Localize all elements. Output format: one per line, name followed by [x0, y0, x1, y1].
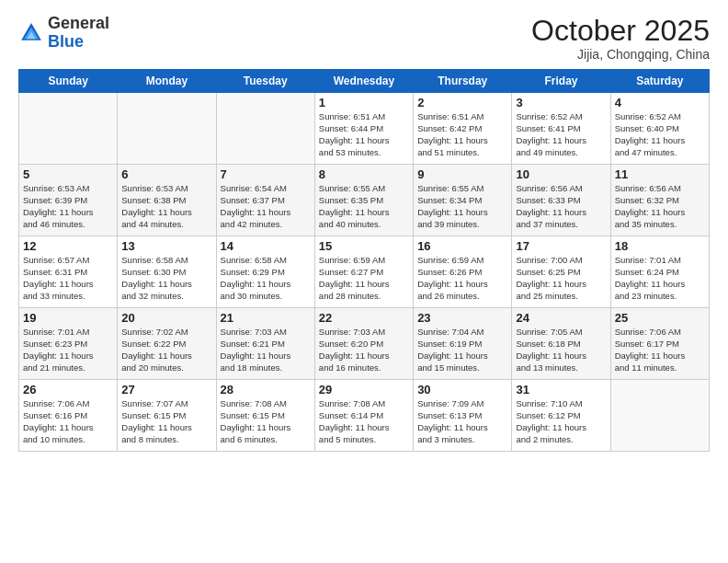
logo: General Blue: [18, 15, 109, 52]
calendar-cell: 31Sunrise: 7:10 AM Sunset: 6:12 PM Dayli…: [512, 380, 610, 452]
logo-general-text: General: [48, 15, 109, 33]
calendar-cell: [118, 93, 216, 165]
calendar-cell: 27Sunrise: 7:07 AM Sunset: 6:15 PM Dayli…: [118, 380, 216, 452]
calendar-cell: 24Sunrise: 7:05 AM Sunset: 6:18 PM Dayli…: [512, 308, 610, 380]
calendar-week-row: 1Sunrise: 6:51 AM Sunset: 6:44 PM Daylig…: [19, 93, 710, 165]
calendar-cell: 30Sunrise: 7:09 AM Sunset: 6:13 PM Dayli…: [414, 380, 512, 452]
day-number: 7: [221, 167, 311, 181]
day-number: 15: [319, 239, 409, 253]
day-number: 25: [615, 311, 705, 325]
day-number: 19: [23, 311, 113, 325]
calendar-week-row: 19Sunrise: 7:01 AM Sunset: 6:23 PM Dayli…: [19, 308, 710, 380]
calendar-cell: 19Sunrise: 7:01 AM Sunset: 6:23 PM Dayli…: [19, 308, 118, 380]
day-info: Sunrise: 7:08 AM Sunset: 6:14 PM Dayligh…: [319, 398, 409, 445]
calendar-cell: 18Sunrise: 7:01 AM Sunset: 6:24 PM Dayli…: [610, 236, 709, 308]
day-info: Sunrise: 7:00 AM Sunset: 6:25 PM Dayligh…: [516, 255, 606, 302]
calendar-cell: 14Sunrise: 6:58 AM Sunset: 6:29 PM Dayli…: [216, 236, 314, 308]
logo-text: General Blue: [48, 15, 109, 52]
day-of-week-header: Friday: [512, 70, 610, 93]
day-of-week-header: Wednesday: [314, 70, 413, 93]
calendar-cell: 9Sunrise: 6:55 AM Sunset: 6:34 PM Daylig…: [414, 165, 512, 236]
day-info: Sunrise: 6:57 AM Sunset: 6:31 PM Dayligh…: [23, 255, 113, 302]
calendar-cell: 11Sunrise: 6:56 AM Sunset: 6:32 PM Dayli…: [610, 165, 709, 236]
calendar-cell: [216, 93, 314, 165]
day-info: Sunrise: 7:09 AM Sunset: 6:13 PM Dayligh…: [417, 398, 507, 445]
calendar-cell: [610, 380, 709, 452]
logo-blue-text: Blue: [48, 33, 109, 52]
day-number: 16: [417, 239, 507, 253]
day-info: Sunrise: 6:53 AM Sunset: 6:38 PM Dayligh…: [121, 183, 211, 230]
day-number: 17: [516, 239, 606, 253]
day-info: Sunrise: 7:06 AM Sunset: 6:17 PM Dayligh…: [615, 327, 705, 373]
day-info: Sunrise: 6:51 AM Sunset: 6:44 PM Dayligh…: [319, 111, 409, 158]
calendar-cell: 25Sunrise: 7:06 AM Sunset: 6:17 PM Dayli…: [610, 308, 709, 380]
calendar-header-row: SundayMondayTuesdayWednesdayThursdayFrid…: [19, 70, 710, 93]
day-number: 26: [23, 383, 113, 396]
calendar-cell: 7Sunrise: 6:54 AM Sunset: 6:37 PM Daylig…: [216, 165, 314, 236]
page: General Blue October 2025 Jijia, Chongqi…: [0, 0, 728, 563]
day-number: 10: [516, 167, 606, 181]
calendar-cell: [19, 93, 118, 165]
day-number: 21: [221, 311, 311, 325]
day-number: 4: [615, 96, 705, 109]
day-info: Sunrise: 6:58 AM Sunset: 6:29 PM Dayligh…: [221, 255, 311, 302]
title-block: October 2025 Jijia, Chongqing, China: [531, 15, 710, 62]
calendar-cell: 5Sunrise: 6:53 AM Sunset: 6:39 PM Daylig…: [19, 165, 118, 236]
calendar-cell: 20Sunrise: 7:02 AM Sunset: 6:22 PM Dayli…: [118, 308, 216, 380]
day-number: 9: [417, 167, 507, 181]
day-info: Sunrise: 6:52 AM Sunset: 6:40 PM Dayligh…: [615, 111, 705, 158]
day-number: 18: [615, 239, 705, 253]
calendar-cell: 13Sunrise: 6:58 AM Sunset: 6:30 PM Dayli…: [118, 236, 216, 308]
calendar-week-row: 26Sunrise: 7:06 AM Sunset: 6:16 PM Dayli…: [19, 380, 710, 452]
day-number: 29: [319, 383, 409, 396]
day-number: 3: [516, 96, 606, 109]
day-info: Sunrise: 6:54 AM Sunset: 6:37 PM Dayligh…: [221, 183, 311, 230]
day-info: Sunrise: 6:55 AM Sunset: 6:34 PM Dayligh…: [417, 183, 507, 230]
day-info: Sunrise: 7:07 AM Sunset: 6:15 PM Dayligh…: [121, 398, 211, 445]
day-info: Sunrise: 7:10 AM Sunset: 6:12 PM Dayligh…: [516, 398, 606, 445]
day-info: Sunrise: 6:52 AM Sunset: 6:41 PM Dayligh…: [516, 111, 606, 158]
day-number: 23: [417, 311, 507, 325]
day-info: Sunrise: 7:03 AM Sunset: 6:20 PM Dayligh…: [319, 327, 409, 373]
calendar-cell: 23Sunrise: 7:04 AM Sunset: 6:19 PM Dayli…: [414, 308, 512, 380]
calendar-cell: 12Sunrise: 6:57 AM Sunset: 6:31 PM Dayli…: [19, 236, 118, 308]
day-of-week-header: Tuesday: [216, 70, 314, 93]
calendar-cell: 28Sunrise: 7:08 AM Sunset: 6:15 PM Dayli…: [216, 380, 314, 452]
calendar-week-row: 5Sunrise: 6:53 AM Sunset: 6:39 PM Daylig…: [19, 165, 710, 236]
calendar-cell: 22Sunrise: 7:03 AM Sunset: 6:20 PM Dayli…: [314, 308, 413, 380]
day-info: Sunrise: 6:55 AM Sunset: 6:35 PM Dayligh…: [319, 183, 409, 230]
day-info: Sunrise: 6:59 AM Sunset: 6:27 PM Dayligh…: [319, 255, 409, 302]
month-title: October 2025: [531, 15, 710, 47]
day-number: 27: [121, 383, 211, 396]
day-of-week-header: Saturday: [610, 70, 709, 93]
day-number: 5: [23, 167, 113, 181]
day-number: 8: [319, 167, 409, 181]
calendar-cell: 6Sunrise: 6:53 AM Sunset: 6:38 PM Daylig…: [118, 165, 216, 236]
day-info: Sunrise: 6:56 AM Sunset: 6:32 PM Dayligh…: [615, 183, 705, 230]
day-of-week-header: Thursday: [414, 70, 512, 93]
day-number: 6: [121, 167, 211, 181]
calendar-cell: 8Sunrise: 6:55 AM Sunset: 6:35 PM Daylig…: [314, 165, 413, 236]
day-info: Sunrise: 7:03 AM Sunset: 6:21 PM Dayligh…: [221, 327, 311, 373]
calendar-cell: 10Sunrise: 6:56 AM Sunset: 6:33 PM Dayli…: [512, 165, 610, 236]
day-of-week-header: Monday: [118, 70, 216, 93]
calendar-table: SundayMondayTuesdayWednesdayThursdayFrid…: [18, 69, 710, 452]
calendar-cell: 29Sunrise: 7:08 AM Sunset: 6:14 PM Dayli…: [314, 380, 413, 452]
calendar-cell: 15Sunrise: 6:59 AM Sunset: 6:27 PM Dayli…: [314, 236, 413, 308]
calendar-cell: 21Sunrise: 7:03 AM Sunset: 6:21 PM Dayli…: [216, 308, 314, 380]
day-number: 31: [516, 383, 606, 396]
calendar-cell: 1Sunrise: 6:51 AM Sunset: 6:44 PM Daylig…: [314, 93, 413, 165]
header: General Blue October 2025 Jijia, Chongqi…: [18, 15, 710, 62]
calendar-cell: 2Sunrise: 6:51 AM Sunset: 6:42 PM Daylig…: [414, 93, 512, 165]
day-number: 28: [221, 383, 311, 396]
calendar-cell: 17Sunrise: 7:00 AM Sunset: 6:25 PM Dayli…: [512, 236, 610, 308]
day-info: Sunrise: 7:04 AM Sunset: 6:19 PM Dayligh…: [417, 327, 507, 373]
logo-icon: [18, 20, 44, 46]
day-info: Sunrise: 6:58 AM Sunset: 6:30 PM Dayligh…: [121, 255, 211, 302]
day-info: Sunrise: 6:53 AM Sunset: 6:39 PM Dayligh…: [23, 183, 113, 230]
calendar-cell: 26Sunrise: 7:06 AM Sunset: 6:16 PM Dayli…: [19, 380, 118, 452]
day-info: Sunrise: 7:01 AM Sunset: 6:23 PM Dayligh…: [23, 327, 113, 373]
day-number: 30: [417, 383, 507, 396]
day-number: 13: [121, 239, 211, 253]
day-number: 20: [121, 311, 211, 325]
